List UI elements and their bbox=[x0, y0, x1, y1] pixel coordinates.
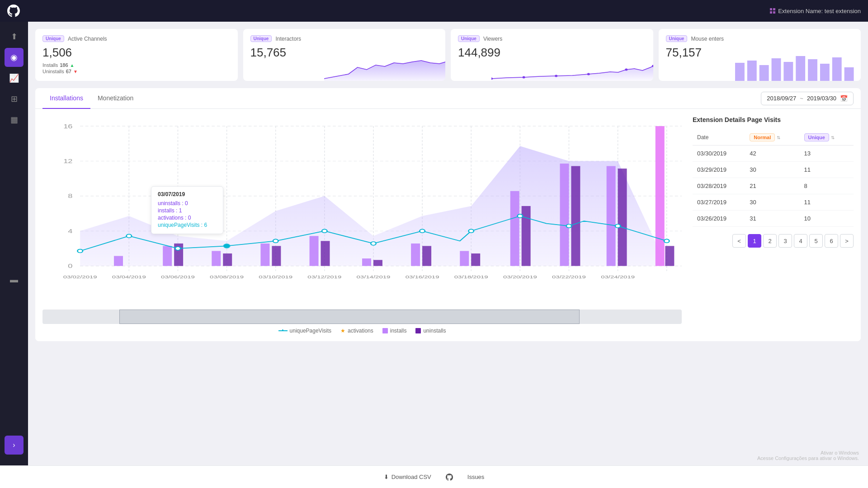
cell-unique-1: 11 bbox=[800, 162, 854, 178]
win-watermark-line2: Acesse Configurações para ativar o Windo… bbox=[757, 455, 859, 461]
sidebar-item-small[interactable]: ▬ bbox=[5, 270, 24, 289]
svg-rect-56 bbox=[571, 166, 580, 266]
sidebar-item-upload[interactable]: ⬆ bbox=[5, 27, 24, 46]
sidebar-item-broadcast[interactable]: ◉ bbox=[5, 48, 24, 67]
metric-card-interactors: Unique Interactors 15,765 bbox=[243, 29, 446, 81]
svg-point-68 bbox=[420, 229, 425, 233]
installs-count: 186 bbox=[60, 62, 68, 68]
page-2-button[interactable]: 2 bbox=[763, 234, 777, 248]
svg-text:03/02/2019: 03/02/2019 bbox=[63, 274, 97, 280]
svg-rect-59 bbox=[656, 126, 665, 266]
win-watermark-line1: Ativar o Windows bbox=[757, 450, 859, 455]
issues-link[interactable]: Issues bbox=[467, 474, 485, 480]
svg-text:4: 4 bbox=[68, 228, 73, 234]
installs-row: Installs 186 ▲ bbox=[42, 62, 231, 68]
svg-point-3 bbox=[587, 73, 590, 75]
ext-grid-icon bbox=[770, 8, 775, 14]
svg-rect-12 bbox=[808, 59, 817, 81]
page-5-button[interactable]: 5 bbox=[809, 234, 823, 248]
svg-text:03/04/2019: 03/04/2019 bbox=[112, 274, 146, 280]
scrollbar-handle[interactable] bbox=[119, 310, 580, 324]
svg-rect-45 bbox=[310, 236, 319, 266]
svg-text:03/22/2019: 03/22/2019 bbox=[552, 274, 586, 280]
download-icon: ⬇ bbox=[384, 474, 389, 480]
sidebar-expand-button[interactable]: › bbox=[5, 436, 24, 455]
legend-unique-page-visits: uniquePageVisits bbox=[278, 328, 332, 334]
uninstalls-row: Uninstalls 67 ▼ bbox=[42, 69, 231, 74]
pagination: < 1 2 3 4 5 6 > bbox=[693, 234, 854, 248]
page-4-button[interactable]: 4 bbox=[794, 234, 807, 248]
upload-icon: ⬆ bbox=[11, 32, 18, 42]
table-row: 03/30/2019 42 13 bbox=[693, 145, 854, 162]
badge-unique-3: Unique bbox=[458, 35, 480, 42]
bar-chart-icon: ▦ bbox=[10, 115, 18, 125]
metric-label-2: Interactors bbox=[275, 36, 301, 42]
normal-badge: Normal bbox=[750, 133, 775, 141]
svg-point-71 bbox=[566, 224, 572, 228]
sort-unique-icon[interactable]: ⇅ bbox=[831, 135, 835, 140]
extension-name-label: Extension Name: test extension bbox=[778, 8, 861, 14]
svg-rect-50 bbox=[422, 246, 431, 266]
expand-icon: › bbox=[13, 441, 15, 449]
next-page-button[interactable]: > bbox=[840, 234, 854, 248]
installs-rect-icon bbox=[382, 328, 388, 333]
tabs-nav: Installations Monetization bbox=[42, 88, 141, 108]
svg-rect-48 bbox=[373, 260, 382, 266]
metric-label-3: Viewers bbox=[483, 36, 502, 42]
uninstalls-count: 67 bbox=[66, 69, 71, 74]
card-header-4: Unique Mouse enters bbox=[666, 35, 854, 42]
mouse-enters-barchart bbox=[735, 54, 857, 81]
chart-scrollbar[interactable] bbox=[42, 310, 682, 324]
legend-uninstalls-label: uninstalls bbox=[423, 328, 446, 334]
activations-star-icon: ★ bbox=[340, 328, 345, 334]
svg-text:03/10/2019: 03/10/2019 bbox=[259, 274, 292, 280]
cell-normal-3: 30 bbox=[745, 194, 799, 211]
sidebar-item-barchart[interactable]: ▦ bbox=[5, 110, 24, 129]
svg-rect-10 bbox=[783, 62, 793, 81]
download-csv-link[interactable]: ⬇ Download CSV bbox=[384, 474, 431, 480]
svg-point-69 bbox=[468, 229, 474, 233]
svg-text:03/12/2019: 03/12/2019 bbox=[307, 274, 341, 280]
cell-normal-2: 21 bbox=[745, 178, 799, 194]
date-range-picker[interactable]: 2018/09/27 ~ 2019/03/30 📅 bbox=[761, 92, 854, 105]
table-row: 03/27/2019 30 11 bbox=[693, 194, 854, 211]
page-3-button[interactable]: 3 bbox=[778, 234, 792, 248]
sidebar-item-analytics[interactable]: 📈 bbox=[5, 69, 24, 88]
prev-page-button[interactable]: < bbox=[732, 234, 746, 248]
svg-rect-49 bbox=[411, 244, 420, 266]
metric-card-active-channels: Unique Active Channels 1,506 Installs 18… bbox=[35, 29, 238, 81]
svg-rect-58 bbox=[618, 169, 627, 266]
cell-normal-0: 42 bbox=[745, 145, 799, 162]
tooltip-unique-page-visits: uniquePageVisits : 6 bbox=[158, 222, 217, 228]
tab-installations[interactable]: Installations bbox=[42, 88, 90, 109]
sidebar-item-grid[interactable]: ⊞ bbox=[5, 89, 24, 108]
svg-rect-38 bbox=[114, 256, 123, 266]
svg-text:03/06/2019: 03/06/2019 bbox=[161, 274, 195, 280]
cell-unique-4: 10 bbox=[800, 211, 854, 227]
svg-rect-6 bbox=[735, 63, 745, 81]
cell-normal-4: 31 bbox=[745, 211, 799, 227]
legend-uninstalls: uninstalls bbox=[415, 328, 446, 334]
unique-page-visits-line-icon bbox=[278, 330, 288, 331]
th-normal: Normal ⇅ bbox=[745, 130, 799, 145]
page-6-button[interactable]: 6 bbox=[825, 234, 838, 248]
th-date: Date bbox=[693, 130, 745, 145]
sort-normal-icon[interactable]: ⇅ bbox=[777, 135, 780, 140]
github-link[interactable] bbox=[446, 474, 453, 481]
cell-date-1: 03/29/2019 bbox=[693, 162, 745, 178]
svg-rect-13 bbox=[820, 64, 829, 81]
svg-point-72 bbox=[615, 224, 621, 228]
svg-rect-7 bbox=[747, 61, 756, 81]
github-icon bbox=[446, 474, 453, 481]
metric-cards-row: Unique Active Channels 1,506 Installs 18… bbox=[35, 29, 861, 81]
svg-rect-52 bbox=[471, 253, 480, 266]
cell-unique-2: 8 bbox=[800, 178, 854, 194]
topbar-right: Extension Name: test extension bbox=[770, 8, 861, 14]
page-1-button[interactable]: 1 bbox=[748, 234, 761, 248]
tab-monetization[interactable]: Monetization bbox=[90, 88, 141, 109]
chart-section: 16 12 8 4 0 bbox=[42, 116, 682, 334]
uninstalls-label: Uninstalls bbox=[42, 69, 64, 74]
table-row: 03/26/2019 31 10 bbox=[693, 211, 854, 227]
download-csv-label: Download CSV bbox=[392, 474, 431, 480]
metric-card-viewers: Unique Viewers 144,899 bbox=[451, 29, 653, 81]
